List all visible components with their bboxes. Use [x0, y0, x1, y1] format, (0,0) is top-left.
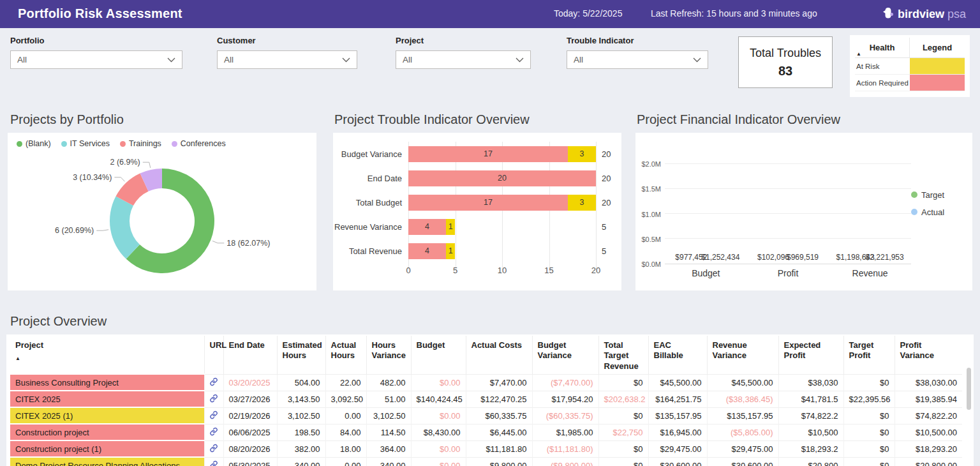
column-header-project[interactable]: Project▲ [10, 336, 204, 374]
column-header-total-target-revenue[interactable]: Total Target Revenue [598, 336, 648, 374]
column-header-expected-profit[interactable]: Expected Profit [778, 336, 843, 374]
bar-segment-action-required[interactable]: 20 [408, 170, 596, 186]
column-header-hours-variance[interactable]: Hours Variance [366, 336, 411, 374]
trouble-indicator-filter-dropdown[interactable]: All [567, 50, 708, 69]
table-row[interactable]: Demo Project Resource Planning Allocatio… [10, 457, 962, 466]
customer-filter-dropdown[interactable]: All [217, 50, 357, 69]
project-name-cell[interactable]: Business Consulting Project [10, 374, 204, 391]
bar-row: Total Revenue415 [333, 239, 621, 263]
table-cell: $122,470.25 [466, 391, 532, 407]
health-legend-body: At RiskAction Required [855, 58, 965, 91]
column-header-url[interactable]: URL [204, 336, 223, 374]
column-header-actual-hours[interactable]: Actual Hours [325, 336, 366, 374]
bar-segment-action-required[interactable]: 17 [408, 146, 568, 162]
bar-track: 41 [408, 219, 596, 235]
column-header-estimated-hours[interactable]: Estimated Hours [277, 336, 325, 374]
financial-chart-title: Project Financial Indicator Overview [637, 112, 840, 127]
project-name-cell[interactable]: Construction project (1) [10, 440, 204, 457]
legend-row: Action Required [855, 75, 965, 91]
x-axis-tick: 0 [406, 266, 410, 275]
table-cell: $20,800 [778, 457, 843, 466]
legend-item[interactable]: Conferences [172, 139, 226, 148]
donut-label-line [143, 162, 151, 168]
url-link-cell[interactable] [204, 457, 223, 466]
health-status-label: At Risk [855, 58, 910, 74]
table-cell: 08/20/2026 [223, 440, 277, 457]
table-cell: $41,781.5 [778, 391, 843, 407]
url-link-cell[interactable] [204, 440, 223, 457]
table-row[interactable]: Construction project06/06/2025198.5084.0… [10, 424, 962, 440]
table-row[interactable]: CITEX 2025 (1)02/19/20263,102.500.003,10… [10, 407, 962, 424]
bar-row: End Date2020 [333, 166, 621, 190]
column-header-revenue-variance[interactable]: Revenue Variance [707, 336, 778, 374]
bar-value-label: $2,221,953 [866, 253, 904, 262]
table-cell: $17,954.20 [532, 391, 598, 407]
table-cell: $164,251.75 [648, 391, 707, 407]
table-cell: $0.00 [411, 440, 466, 457]
table-row[interactable]: Construction project (1)08/20/2026382.00… [10, 440, 962, 457]
health-column-header[interactable]: ▲ Health [855, 38, 910, 57]
bar-segment-action-required[interactable]: 17 [408, 195, 568, 211]
page-title: Portfolio Risk Assessment [18, 6, 182, 21]
table-cell: $0.00 [411, 407, 466, 424]
legend-label: Conferences [181, 139, 226, 148]
url-link-cell[interactable] [204, 374, 223, 391]
link-icon [209, 394, 218, 403]
project-name-cell[interactable]: CITEX 2025 (1) [10, 407, 204, 424]
table-cell: 198.50 [277, 424, 325, 440]
legend-item[interactable]: Target [911, 190, 970, 200]
plot: $977,452$1,252,434$102,096$969,519$1,198… [665, 139, 911, 264]
table-cell: $29,475.00 [707, 440, 778, 457]
legend-item[interactable]: (Blank) [17, 139, 51, 148]
trouble-chart-title: Project Trouble Indicator Overview [334, 112, 530, 127]
category-label: Total Budget [333, 198, 408, 207]
brand-logo: birdviewpsa [882, 6, 966, 22]
donut-label-line [114, 177, 124, 182]
bar-segment-at-risk[interactable]: 3 [568, 146, 596, 162]
legend-item[interactable]: IT Services [61, 139, 110, 148]
customer-filter-value: All [224, 55, 234, 64]
last-refresh: Last Refresh: 15 hours and 3 minutes ago [651, 8, 817, 19]
legend-column-header[interactable]: Legend [910, 38, 965, 57]
url-link-cell[interactable] [204, 407, 223, 424]
bar-segment-action-required[interactable]: 4 [408, 219, 446, 235]
project-filter-dropdown[interactable]: All [396, 50, 531, 69]
table-cell: ($38,386.45) [707, 391, 778, 407]
link-icon [209, 377, 218, 386]
bar-segment-at-risk[interactable]: 3 [568, 195, 596, 211]
column-header-budget-variance[interactable]: Budget Variance [532, 336, 598, 374]
table-scrollbar[interactable] [967, 368, 971, 410]
project-name-cell[interactable]: Demo Project Resource Planning Allocatio… [10, 457, 204, 466]
project-name-cell[interactable]: CITEX 2025 [10, 391, 204, 407]
url-link-cell[interactable] [204, 391, 223, 407]
bar-segment-at-risk[interactable]: 1 [446, 243, 456, 259]
project-filter-label: Project [396, 36, 531, 45]
project-name-cell[interactable]: Construction project [10, 424, 204, 440]
column-header-profit-variance[interactable]: Profit Variance [895, 336, 962, 374]
trouble-indicator-filter-value: All [574, 55, 583, 64]
column-header-eac-billable[interactable]: EAC Billable [648, 336, 707, 374]
bar-total-label: 20 [596, 198, 621, 207]
category-label: Budget Variance [333, 149, 408, 159]
bar-segment-action-required[interactable]: 4 [408, 243, 446, 259]
bar-segment-at-risk[interactable]: 1 [446, 219, 456, 235]
table-cell: 0.00 [325, 457, 366, 466]
legend-item[interactable]: Trainings [120, 139, 161, 148]
portfolio-filter-dropdown[interactable]: All [10, 50, 182, 69]
category-label: End Date [333, 174, 408, 183]
table-cell: 05/30/2025 [223, 457, 277, 466]
category-label: Revenue Variance [333, 222, 408, 232]
column-header-end-date[interactable]: End Date [223, 336, 277, 374]
table-cell: $20,800.00 [895, 457, 962, 466]
legend-label: (Blank) [26, 139, 51, 148]
table-row[interactable]: CITEX 202503/27/20263,143.503,092.5051.0… [10, 391, 962, 407]
legend-item[interactable]: Actual [911, 207, 970, 217]
url-link-cell[interactable] [204, 424, 223, 440]
column-header-actual-costs[interactable]: Actual Costs [466, 336, 532, 374]
column-header-budget[interactable]: Budget [411, 336, 466, 374]
table-row[interactable]: Business Consulting Project03/20/2025504… [10, 374, 962, 391]
link-icon [209, 460, 218, 466]
column-header-target-profit[interactable]: Target Profit [843, 336, 895, 374]
y-axis-tick: $1.0M [641, 211, 661, 218]
table-cell: $30,600.00 [648, 457, 707, 466]
